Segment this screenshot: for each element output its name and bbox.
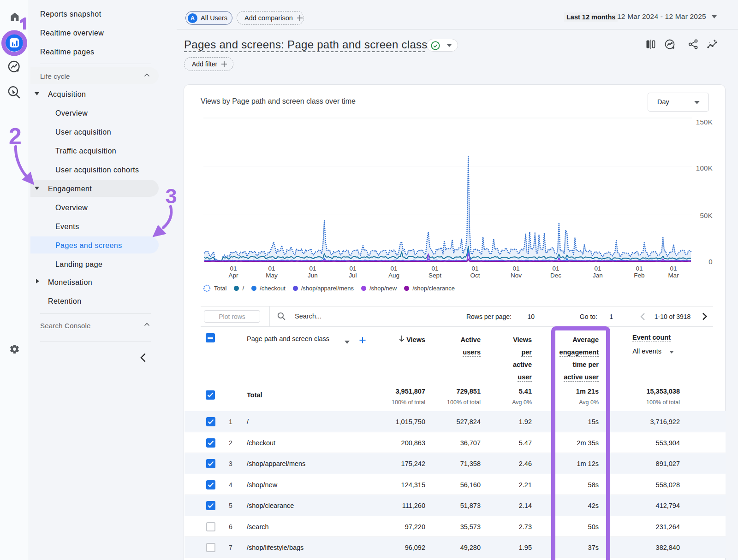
- svg-text:3: 3: [166, 184, 177, 208]
